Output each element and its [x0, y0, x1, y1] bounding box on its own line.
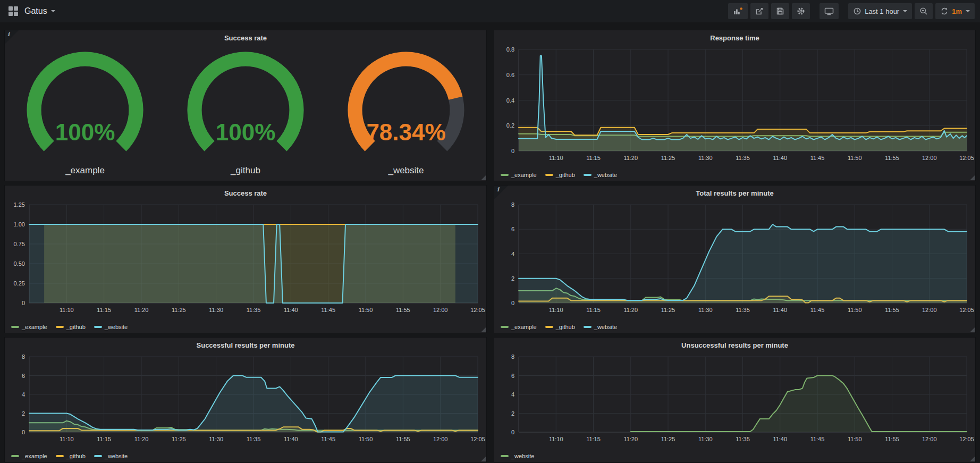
clock-icon	[853, 7, 861, 15]
navbar: Gatus	[0, 0, 980, 22]
chart-legend: _example_github_website	[11, 453, 128, 459]
gauge-_example: 100%_example	[8, 47, 162, 176]
svg-text:11:55: 11:55	[885, 436, 899, 442]
chart-plot[interactable]: 0246811:1011:1511:2011:2511:3011:3511:40…	[494, 338, 975, 462]
resize-handle[interactable]	[481, 457, 486, 461]
zoom-out-button[interactable]	[915, 3, 933, 19]
save-button[interactable]	[771, 3, 789, 19]
gauge-row: 100%_example100%_github78.34%_website	[5, 45, 486, 181]
gauge-value: 100%	[55, 119, 115, 145]
legend-item[interactable]: _github	[56, 453, 86, 459]
svg-text:0.2: 0.2	[506, 122, 514, 129]
legend-item[interactable]: _github	[545, 324, 575, 330]
svg-text:0: 0	[511, 300, 514, 306]
legend-item[interactable]: _website	[584, 172, 617, 178]
share-button[interactable]	[750, 3, 768, 19]
apps-menu-icon[interactable]	[9, 6, 18, 16]
svg-text:11:10: 11:10	[549, 307, 563, 313]
legend-item[interactable]: _website	[584, 324, 617, 330]
legend-series-label: _example	[22, 324, 47, 330]
gauge-_website: 78.34%_website	[329, 47, 483, 176]
info-corner-icon[interactable]: i	[494, 186, 508, 199]
legend-item[interactable]: _example	[501, 324, 537, 330]
svg-text:11:45: 11:45	[810, 155, 825, 161]
legend-item[interactable]: _website	[94, 453, 128, 459]
panel-successful-results: Successful results per minute 0246811:10…	[4, 337, 487, 462]
chart-plot[interactable]: 00.20.40.60.811:1011:1511:2011:2511:3011…	[494, 30, 975, 181]
dashboard-title-label: Gatus	[24, 6, 47, 16]
legend-color-mark	[56, 326, 64, 328]
svg-text:11:10: 11:10	[60, 307, 74, 313]
chart-plot[interactable]: 0246811:1011:1511:2011:2511:3011:3511:40…	[494, 186, 975, 333]
svg-text:0.50: 0.50	[14, 260, 25, 267]
info-corner-icon[interactable]: i	[5, 30, 19, 44]
panel-title[interactable]: Unsuccessful results per minute	[494, 341, 975, 349]
svg-text:2: 2	[511, 275, 514, 282]
svg-text:0.6: 0.6	[506, 72, 514, 78]
svg-text:11:10: 11:10	[549, 155, 563, 161]
panel-title[interactable]: Successful results per minute	[5, 341, 486, 349]
resize-handle[interactable]	[970, 175, 975, 180]
chart-plot[interactable]: 00.250.500.751.001.2511:1011:1511:2011:2…	[5, 186, 486, 333]
svg-text:11:35: 11:35	[247, 436, 261, 442]
svg-text:11:25: 11:25	[661, 436, 675, 442]
svg-text:4: 4	[511, 251, 514, 257]
time-range-button[interactable]: Last 1 hour	[848, 3, 912, 19]
svg-text:11:30: 11:30	[698, 436, 713, 442]
svg-text:0.75: 0.75	[14, 241, 25, 247]
refresh-interval-label: 1m	[952, 7, 962, 15]
panel-title[interactable]: Success rate	[5, 34, 486, 42]
chart-plot[interactable]: 0246811:1011:1511:2011:2511:3011:3511:40…	[5, 338, 486, 462]
legend-series-label: _example	[511, 324, 537, 330]
legend-item[interactable]: _example	[11, 453, 47, 459]
svg-text:11:30: 11:30	[698, 307, 713, 313]
resize-handle[interactable]	[970, 457, 975, 461]
legend-item[interactable]: _example	[11, 324, 47, 330]
svg-text:11:15: 11:15	[586, 436, 601, 442]
svg-text:11:30: 11:30	[209, 307, 223, 313]
svg-text:11:35: 11:35	[736, 155, 750, 161]
panel-title[interactable]: Total results per minute	[494, 189, 975, 197]
settings-button[interactable]	[792, 3, 810, 19]
resize-handle[interactable]	[970, 327, 975, 332]
legend-item[interactable]: _website	[501, 453, 534, 459]
dashboard-title[interactable]: Gatus	[24, 6, 55, 16]
legend-item[interactable]: _github	[56, 324, 86, 330]
svg-text:11:25: 11:25	[172, 307, 186, 313]
svg-text:11:15: 11:15	[97, 307, 111, 313]
legend-color-mark	[11, 455, 19, 457]
svg-text:0.8: 0.8	[506, 46, 514, 53]
svg-text:11:50: 11:50	[848, 307, 862, 313]
resize-handle[interactable]	[481, 175, 486, 180]
legend-item[interactable]: _example	[501, 172, 537, 178]
panel-title[interactable]: Response time	[494, 34, 975, 42]
chart-canvas: 0246811:1011:1511:2011:2511:3011:3511:40…	[5, 338, 486, 462]
svg-text:11:45: 11:45	[810, 307, 825, 313]
legend-color-mark	[501, 455, 509, 457]
legend-item[interactable]: _github	[545, 172, 575, 178]
svg-text:11:45: 11:45	[321, 436, 335, 442]
legend-series-label: _github	[66, 453, 86, 459]
resize-handle[interactable]	[481, 327, 486, 332]
svg-text:11:45: 11:45	[810, 436, 825, 442]
add-panel-button[interactable]	[728, 3, 748, 19]
chart-legend: _example_github_website	[11, 324, 128, 330]
cycle-view-button[interactable]	[820, 3, 839, 19]
svg-text:12:00: 12:00	[433, 307, 448, 313]
gauge-label: _website	[329, 165, 483, 176]
legend-color-mark	[545, 174, 553, 176]
panel-title[interactable]: Success rate	[5, 189, 486, 197]
legend-item[interactable]: _website	[94, 324, 128, 330]
legend-series-label: _website	[105, 324, 128, 330]
svg-text:12:05: 12:05	[959, 436, 974, 442]
legend-series-label: _website	[511, 453, 534, 459]
legend-color-mark	[501, 326, 509, 328]
refresh-button[interactable]: 1m	[935, 3, 975, 19]
chart-canvas: 0246811:1011:1511:2011:2511:3011:3511:40…	[494, 186, 975, 333]
svg-text:11:10: 11:10	[60, 436, 74, 442]
legend-series-label: _github	[556, 172, 575, 178]
svg-text:11:30: 11:30	[698, 155, 713, 161]
chart-canvas: 00.20.40.60.811:1011:1511:2011:2511:3011…	[494, 30, 975, 181]
svg-text:0.4: 0.4	[506, 97, 514, 104]
legend-color-mark	[94, 455, 102, 457]
